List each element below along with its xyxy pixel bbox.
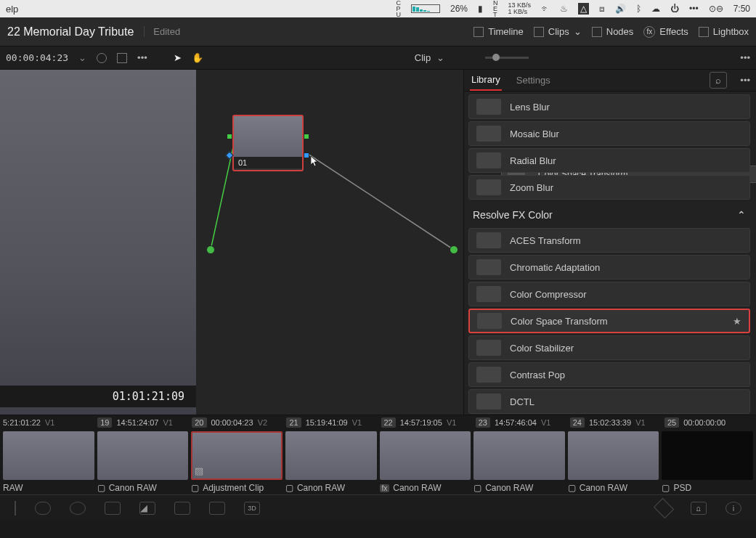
lightbox-button[interactable]: Lightbox (699, 26, 749, 37)
qualifier-icon[interactable] (70, 502, 86, 515)
fx-item[interactable]: Lens Blur (468, 94, 750, 119)
fx-thumb-icon (476, 179, 501, 195)
clip-thumbnail[interactable] (380, 431, 471, 480)
corrector-node[interactable]: 01 (232, 115, 304, 171)
clip-thumbnail[interactable] (662, 431, 753, 480)
expand-icon[interactable] (117, 53, 127, 63)
viewer-menu-icon[interactable]: ••• (137, 52, 147, 63)
fx-thumb-icon (476, 152, 501, 168)
codec-icon: ▢ (568, 483, 576, 493)
flame-icon[interactable]: ♨ (560, 4, 568, 14)
effects-button[interactable]: fxEffects (643, 26, 688, 38)
tab-settings[interactable]: Settings (515, 70, 552, 90)
window-icon[interactable] (105, 502, 121, 515)
fx-label: Lens Blur (510, 102, 550, 113)
clips-button[interactable]: Clips⌄ (534, 26, 582, 37)
clip-thumbnail[interactable] (285, 431, 377, 480)
tab-library[interactable]: Library (470, 70, 502, 91)
fx-label: ACES Transform (510, 235, 581, 246)
clip-header[interactable]: 2500:00:00:00 (662, 417, 756, 428)
library-menu-icon[interactable]: ••• (740, 75, 750, 86)
volume-icon[interactable]: 🔊 (615, 4, 626, 14)
clip-timecode[interactable]: 00:00:04:23 (6, 52, 68, 63)
viewer-image[interactable] (0, 70, 196, 415)
viewer-timecode[interactable]: 01:01:21:09 (0, 386, 196, 407)
clip-header[interactable]: 2415:02:33:39V1 (567, 417, 662, 428)
scopes-icon[interactable]: ⩍ (691, 502, 707, 515)
clip-header[interactable]: 2314:57:46:04V1 (473, 417, 567, 428)
node-label: 01 (234, 157, 302, 168)
codec-icon: ▢ (191, 483, 199, 493)
clip-header[interactable]: 2214:57:19:05V1 (378, 417, 473, 428)
fx-item[interactable]: Radial Blur (468, 148, 750, 173)
node-alpha-out-handle[interactable] (304, 152, 309, 158)
dropbox-icon[interactable]: ⧈ (599, 4, 605, 14)
fx-item[interactable]: Mosaic Blur (468, 121, 750, 146)
clip-label[interactable]: Clip (415, 52, 431, 63)
overflow-icon[interactable]: ••• (689, 4, 699, 14)
fx-item[interactable]: Color Compressor (468, 282, 750, 306)
fx-item[interactable]: Zoom Blur (468, 175, 750, 200)
menu-help[interactable]: elp (6, 4, 18, 15)
power-icon[interactable]: ⏻ (670, 4, 679, 14)
node-output-handle[interactable] (304, 134, 309, 139)
clip-thumbnail[interactable] (97, 431, 189, 480)
codec-icon: ▢ (285, 483, 293, 493)
fx-item[interactable]: Color Space Transform★ (468, 309, 750, 333)
curves-icon[interactable] (35, 502, 51, 515)
fx-thumb-icon (476, 99, 501, 115)
zoom-slider[interactable] (485, 57, 529, 59)
chevron-down-icon[interactable]: ⌄ (436, 52, 444, 63)
fx-thumb-icon (476, 367, 501, 383)
fx-label: Zoom Blur (510, 182, 553, 193)
wifi-icon[interactable]: ᯤ (541, 4, 550, 14)
graph-input-dot[interactable] (206, 245, 215, 254)
clip-thumbnail[interactable] (568, 431, 659, 480)
fx-category-header[interactable]: Resolve FX Color⌃ (468, 202, 750, 228)
clip-thumbnail[interactable] (473, 431, 565, 480)
fx-thumb-icon (476, 286, 501, 302)
hand-tool-icon[interactable]: ✋ (192, 52, 203, 63)
nodes-button[interactable]: Nodes (592, 26, 634, 37)
fx-item[interactable]: ACES Transform (468, 228, 750, 253)
blur-icon[interactable] (174, 502, 190, 515)
clip-thumbnail[interactable]: ▨ (191, 431, 283, 480)
clip-header[interactable]: 1914:51:24:07V1 (94, 417, 189, 428)
keyframe-icon[interactable] (654, 497, 674, 518)
favorite-star-icon[interactable]: ★ (733, 316, 741, 327)
node-graph[interactable]: 01 Color Space Transform (196, 70, 463, 415)
info-icon[interactable]: i (725, 502, 741, 515)
clip-codec-label: ▢Adjustment Clip (191, 483, 283, 493)
clip-codec-label: fxCanon RAW (380, 483, 471, 493)
node-input-handle[interactable] (227, 134, 232, 139)
clip-header[interactable]: 2115:19:41:09V1 (283, 417, 378, 428)
nodes-icon (592, 27, 602, 37)
clip-header[interactable]: 5:21:01:22V1 (0, 418, 94, 427)
picker-icon[interactable] (97, 53, 107, 63)
node-menu-icon[interactable]: ••• (740, 52, 750, 63)
fx-item[interactable]: Contrast Pop (468, 362, 750, 387)
search-icon[interactable]: ⌕ (710, 72, 727, 89)
tracking-icon[interactable]: ◢ (139, 502, 155, 515)
clip-thumbnail[interactable] (3, 431, 94, 480)
timecode-menu-icon[interactable]: ⌄ (78, 52, 86, 63)
cloud-icon[interactable]: ☁ (651, 4, 660, 14)
fx-item[interactable]: Color Stabilizer (468, 335, 750, 360)
fx-item[interactable]: DCTL (468, 389, 750, 414)
grid-icon (699, 27, 709, 37)
3d-icon[interactable]: 3D (244, 502, 260, 515)
arrow-tool-icon[interactable]: ➤ (174, 52, 182, 63)
clip-header[interactable]: 2000:00:04:23V2 (189, 417, 283, 428)
toggle-icon[interactable]: ⊙⊖ (709, 4, 723, 14)
triangle-icon[interactable]: △ (578, 3, 589, 15)
fx-badge-icon: fx (380, 484, 390, 492)
clock: 7:50 (733, 4, 750, 14)
node-alpha-in-handle[interactable] (225, 151, 233, 159)
key-icon[interactable] (209, 502, 225, 515)
graph-output-dot[interactable] (450, 245, 458, 254)
timeline-button[interactable]: Timeline (473, 26, 524, 37)
fx-thumb-icon (476, 394, 501, 409)
fx-item[interactable]: Chromatic Adaptation (468, 255, 750, 280)
fx-thumb-icon (476, 340, 501, 356)
bluetooth-icon[interactable]: ᛒ (636, 4, 641, 14)
